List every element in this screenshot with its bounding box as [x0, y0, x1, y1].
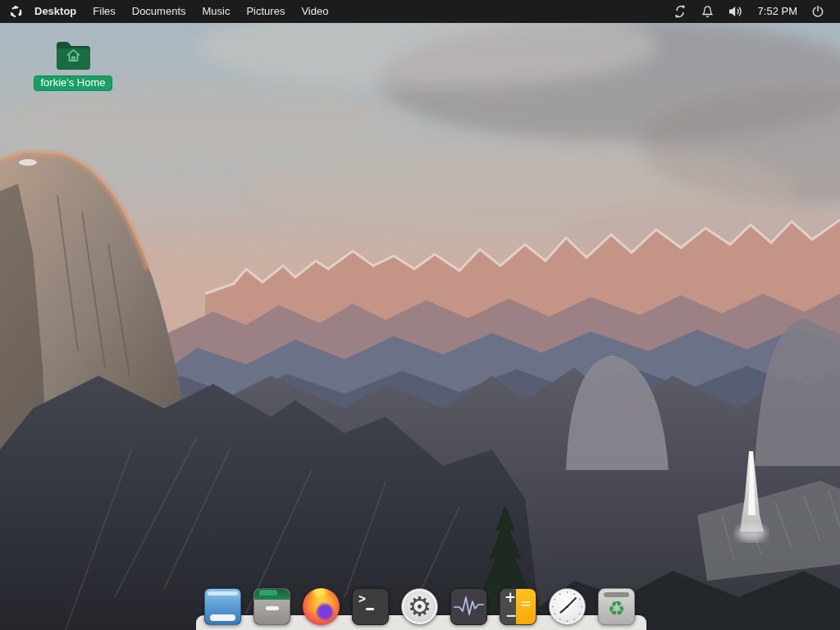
- distributor-logo-icon[interactable]: [5, 0, 26, 23]
- dock-item-trash[interactable]: ♻: [598, 588, 635, 625]
- menu-music[interactable]: Music: [194, 0, 239, 23]
- settings-gear-icon: ⚙: [402, 589, 437, 624]
- dock-item-settings[interactable]: ⚙: [401, 588, 438, 625]
- sync-icon[interactable]: [666, 0, 694, 23]
- menu-video[interactable]: Video: [293, 0, 336, 23]
- terminal-icon: >: [358, 591, 366, 606]
- desktop-icon-home-folder[interactable]: forkie's Home: [28, 36, 118, 91]
- system-monitor-icon: [451, 589, 486, 624]
- desktop-icon-label: forkie's Home: [34, 75, 112, 91]
- dock: > ⚙ + − =: [204, 588, 635, 625]
- analog-clock-icon: [550, 589, 585, 624]
- trash-icon: ♻: [599, 597, 634, 620]
- dock-item-firefox[interactable]: [303, 588, 340, 625]
- panel-indicators: 7:52 PM: [666, 0, 832, 23]
- dock-item-show-desktop[interactable]: [204, 588, 241, 625]
- notifications-bell-icon[interactable]: [694, 0, 721, 23]
- menu-desktop[interactable]: Desktop: [26, 0, 84, 23]
- power-icon[interactable]: [804, 0, 832, 23]
- top-panel: Desktop Files Documents Music Pictures V…: [0, 0, 840, 23]
- panel-menu-bar: Desktop Files Documents Music Pictures V…: [5, 0, 336, 23]
- dock-item-terminal[interactable]: >: [352, 588, 389, 625]
- wallpaper: [0, 23, 840, 630]
- dock-item-system-monitor[interactable]: [450, 588, 487, 625]
- menu-files[interactable]: Files: [84, 0, 123, 23]
- desktop-screen: Desktop Files Documents Music Pictures V…: [0, 0, 840, 630]
- menu-pictures[interactable]: Pictures: [238, 0, 293, 23]
- home-folder-icon: [54, 36, 93, 73]
- dock-item-clock[interactable]: [549, 588, 586, 625]
- dock-item-file-manager[interactable]: [253, 588, 290, 625]
- menu-documents[interactable]: Documents: [124, 0, 194, 23]
- dock-item-calculator[interactable]: + − =: [500, 588, 536, 625]
- volume-speaker-icon[interactable]: [721, 0, 751, 23]
- panel-clock[interactable]: 7:52 PM: [751, 0, 804, 23]
